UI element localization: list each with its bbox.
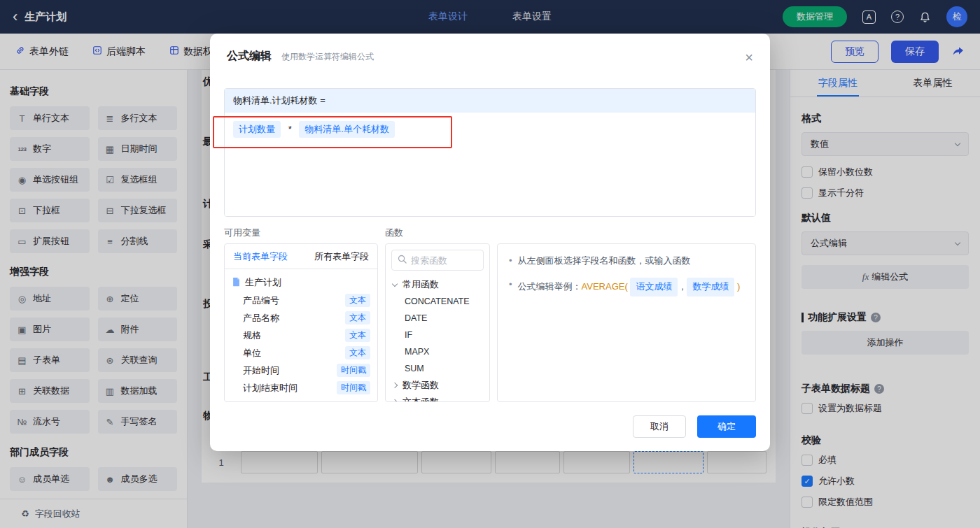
variable-row[interactable]: 产品名称文本 xyxy=(225,309,377,327)
help-pane: • 从左侧面板选择字段名和函数，或输入函数 • 公式编辑举例：AVERAGE( … xyxy=(497,243,756,402)
function-group-common[interactable]: 常用函数 xyxy=(386,276,489,293)
form-tree-root[interactable]: 生产计划 xyxy=(225,273,377,292)
bullet-icon: • xyxy=(509,254,512,269)
bullet-icon: • xyxy=(509,278,512,297)
dialog-subtitle: 使用数学运算符编辑公式 xyxy=(281,51,374,63)
function-item[interactable]: MAPX xyxy=(386,343,489,360)
confirm-button[interactable]: 确定 xyxy=(697,415,756,438)
cancel-button[interactable]: 取消 xyxy=(633,415,686,438)
variable-row[interactable]: 规格文本 xyxy=(225,327,377,344)
field-type-badge: 时间戳 xyxy=(337,381,370,394)
help-example-function: AVERAGE( xyxy=(582,281,628,292)
search-icon xyxy=(398,255,407,266)
tab-current-form-fields[interactable]: 当前表单字段 xyxy=(233,250,288,263)
document-icon xyxy=(232,277,241,289)
function-item[interactable]: IF xyxy=(386,327,489,343)
function-item[interactable]: DATE xyxy=(386,310,489,327)
function-item[interactable]: CONCATENATE xyxy=(386,293,489,310)
variable-row[interactable]: 单位文本 xyxy=(225,344,377,362)
field-type-badge: 文本 xyxy=(345,311,370,324)
field-type-badge: 时间戳 xyxy=(337,364,370,377)
formula-editor: 物料清单.计划耗材数 = 计划数量 * 物料清单.单个耗材数 xyxy=(224,88,756,217)
chevron-right-icon xyxy=(392,383,398,388)
functions-label: 函数 xyxy=(385,227,490,239)
form-name: 生产计划 xyxy=(245,276,281,289)
functions-pane: 常用函数 CONCATENATE DATE IF MAPX SUM 数学函数 文… xyxy=(385,243,490,402)
dialog-title: 公式编辑 xyxy=(227,49,272,64)
field-type-badge: 文本 xyxy=(345,294,370,307)
help-example-close: ) xyxy=(737,281,740,292)
tab-all-form-fields[interactable]: 所有表单字段 xyxy=(314,250,369,263)
variable-row[interactable]: 产品编号文本 xyxy=(225,292,377,309)
formula-target: 物料清单.计划耗材数 = xyxy=(225,89,755,113)
help-line-2: • 公式编辑举例：AVERAGE( 语文成绩，数学成绩 ) xyxy=(509,278,744,297)
close-icon[interactable]: × xyxy=(745,50,753,64)
field-type-badge: 文本 xyxy=(345,346,370,359)
help-example-prefix: 公式编辑举例： xyxy=(518,281,582,292)
function-search[interactable] xyxy=(391,250,484,271)
help-line-1: • 从左侧面板选择字段名和函数，或输入函数 xyxy=(509,254,744,269)
chevron-down-icon xyxy=(392,280,398,286)
formula-edit-dialog: 公式编辑 使用数学运算符编辑公式 × 物料清单.计划耗材数 = 计划数量 * 物… xyxy=(210,34,770,451)
formula-token-right[interactable]: 物料清单.单个耗材数 xyxy=(299,121,395,138)
variables-label: 可用变量 xyxy=(224,227,378,239)
variable-row[interactable]: 计划结束时间时间戳 xyxy=(225,379,377,397)
variables-pane: 当前表单字段 所有表单字段 生产计划 产品编号文本 产品名称文本 规格文本 单位… xyxy=(224,243,378,402)
chevron-right-icon xyxy=(392,399,398,402)
formula-token-left[interactable]: 计划数量 xyxy=(233,121,281,138)
variable-row[interactable]: 开始时间时间戳 xyxy=(225,362,377,379)
formula-operator: * xyxy=(288,124,292,134)
function-item[interactable]: SUM xyxy=(386,360,489,377)
function-group-text[interactable]: 文本函数 xyxy=(386,394,489,402)
help-example-tag: 语文成绩 xyxy=(630,278,678,297)
function-search-input[interactable] xyxy=(411,255,477,266)
field-type-badge: 文本 xyxy=(345,329,370,342)
help-example-tag: 数学成绩 xyxy=(687,278,734,297)
formula-input-area[interactable]: 计划数量 * 物料清单.单个耗材数 xyxy=(225,113,755,216)
function-group-math[interactable]: 数学函数 xyxy=(386,377,489,394)
